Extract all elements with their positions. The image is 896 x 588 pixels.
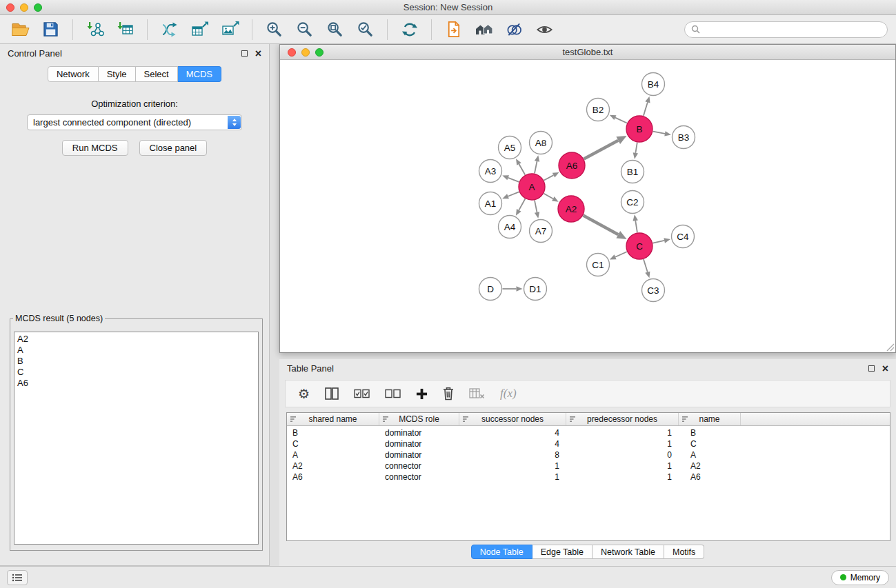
network-node-C2[interactable]: C2 bbox=[621, 191, 644, 214]
export-table-icon[interactable] bbox=[188, 18, 212, 41]
network-edge-C-C1[interactable] bbox=[615, 252, 627, 257]
network-canvas[interactable]: B4B2BB3A8A5A6A3B1AC2A1A2A4A7C4CC1C3DD1 bbox=[280, 61, 895, 352]
column-header-shared-name[interactable]: shared name bbox=[287, 413, 379, 425]
mcds-result-item[interactable]: A6 bbox=[17, 378, 255, 389]
table-panel-float-icon[interactable] bbox=[868, 365, 875, 372]
memory-button[interactable]: Memory bbox=[831, 570, 889, 585]
add-row-icon[interactable] bbox=[416, 388, 428, 400]
search-box[interactable] bbox=[684, 21, 888, 38]
network-node-B3[interactable]: B3 bbox=[673, 126, 695, 149]
network-node-C1[interactable]: C1 bbox=[587, 254, 610, 276]
zoom-out-icon[interactable] bbox=[292, 18, 317, 41]
network-edge-C-C4[interactable] bbox=[653, 241, 665, 243]
network-edge-A2-C[interactable] bbox=[584, 216, 619, 235]
network-edge-B-B4[interactable] bbox=[644, 102, 648, 116]
export-image-icon[interactable] bbox=[218, 18, 242, 41]
optimization-criterion-dropdown[interactable]: largest connected component (directed) bbox=[27, 114, 242, 130]
export-network-icon[interactable] bbox=[157, 18, 181, 41]
network-edge-A-A2[interactable] bbox=[544, 194, 552, 199]
mcds-result-item[interactable]: C bbox=[17, 367, 255, 378]
network-window-titlebar[interactable]: testGlobe.txt bbox=[280, 45, 895, 60]
save-session-icon[interactable] bbox=[39, 18, 63, 41]
control-panel-float-icon[interactable] bbox=[241, 50, 248, 57]
task-history-button[interactable] bbox=[7, 570, 28, 585]
tab-select[interactable]: Select bbox=[136, 66, 178, 82]
open-file-icon[interactable] bbox=[8, 18, 32, 41]
network-edge-B-B2[interactable] bbox=[615, 118, 627, 123]
network-node-D[interactable]: D bbox=[479, 278, 502, 301]
network-node-A5[interactable]: A5 bbox=[499, 136, 521, 159]
network-node-A4[interactable]: A4 bbox=[499, 216, 521, 239]
network-edge-A-A3[interactable] bbox=[508, 178, 519, 182]
zoom-fit-content-icon[interactable] bbox=[323, 18, 347, 41]
column-header-name[interactable]: name bbox=[679, 413, 741, 425]
show-graphics-details-icon[interactable] bbox=[532, 18, 557, 41]
network-node-A6[interactable]: A6 bbox=[559, 152, 585, 179]
network-edge-A-A5[interactable] bbox=[519, 164, 525, 175]
close-panel-button[interactable]: Close panel bbox=[139, 140, 208, 156]
search-input[interactable] bbox=[704, 25, 881, 34]
network-node-C[interactable]: C bbox=[626, 233, 653, 259]
network-node-B1[interactable]: B1 bbox=[621, 161, 644, 183]
import-table-from-file-icon[interactable] bbox=[113, 18, 137, 41]
table-row[interactable]: A2connector11A2 bbox=[287, 460, 890, 472]
network-close-button[interactable] bbox=[288, 48, 296, 57]
network-node-B4[interactable]: B4 bbox=[642, 73, 665, 96]
tab-network[interactable]: Network bbox=[48, 66, 99, 82]
network-edge-A-A7[interactable] bbox=[535, 201, 537, 212]
show-columns-icon[interactable] bbox=[325, 387, 339, 400]
column-header-successor-nodes[interactable]: successor nodes bbox=[459, 413, 566, 425]
network-zoom-button[interactable] bbox=[315, 48, 323, 57]
network-node-B2[interactable]: B2 bbox=[587, 99, 610, 121]
table-row[interactable]: A6connector11A6 bbox=[287, 472, 890, 483]
network-node-A7[interactable]: A7 bbox=[530, 220, 552, 243]
resize-corner-icon[interactable] bbox=[886, 343, 895, 352]
network-node-C3[interactable]: C3 bbox=[642, 279, 665, 302]
mcds-result-item[interactable]: B bbox=[17, 356, 255, 367]
network-edge-A-A6[interactable] bbox=[544, 175, 554, 180]
delete-table-icon[interactable] bbox=[469, 388, 485, 399]
import-network-from-file-icon[interactable] bbox=[83, 18, 107, 41]
table-panel-close-icon[interactable]: × bbox=[882, 365, 888, 372]
close-window-button[interactable] bbox=[6, 3, 14, 12]
mcds-result-item[interactable]: A bbox=[17, 345, 255, 356]
minimize-window-button[interactable] bbox=[20, 3, 28, 12]
network-node-A1[interactable]: A1 bbox=[479, 192, 502, 215]
control-panel-close-icon[interactable]: × bbox=[255, 50, 261, 57]
mcds-result-item[interactable]: A2 bbox=[17, 334, 255, 345]
zoom-selected-icon[interactable] bbox=[353, 18, 377, 41]
network-node-A[interactable]: A bbox=[519, 174, 545, 200]
network-node-A8[interactable]: A8 bbox=[530, 132, 552, 154]
network-node-C4[interactable]: C4 bbox=[672, 225, 695, 248]
network-node-A3[interactable]: A3 bbox=[479, 160, 502, 183]
network-node-B[interactable]: B bbox=[626, 116, 653, 142]
annotations-icon[interactable] bbox=[502, 18, 526, 41]
open-network-document-icon[interactable] bbox=[441, 18, 466, 41]
network-node-D1[interactable]: D1 bbox=[524, 278, 547, 301]
network-edge-A-A4[interactable] bbox=[519, 199, 525, 210]
network-node-A2[interactable]: A2 bbox=[558, 196, 584, 222]
network-edge-C-C2[interactable] bbox=[635, 221, 637, 232]
tab-style[interactable]: Style bbox=[99, 66, 136, 82]
network-edge-B-B1[interactable] bbox=[635, 143, 637, 153]
table-settings-gear-icon[interactable]: ⚙ bbox=[298, 387, 310, 401]
tab-motifs[interactable]: Motifs bbox=[664, 545, 704, 559]
tab-network-table[interactable]: Network Table bbox=[593, 545, 664, 559]
function-builder-icon[interactable]: f(x) bbox=[500, 387, 517, 401]
network-edge-C-C3[interactable] bbox=[644, 259, 648, 272]
delete-rows-trash-icon[interactable] bbox=[443, 387, 454, 401]
run-mcds-button[interactable]: Run MCDS bbox=[62, 140, 128, 156]
tab-edge-table[interactable]: Edge Table bbox=[532, 545, 593, 559]
column-header-MCDS-role[interactable]: MCDS role bbox=[379, 413, 459, 425]
deselect-all-check-icon[interactable] bbox=[385, 389, 401, 398]
apply-preferred-layout-icon[interactable] bbox=[397, 18, 421, 41]
tab-node-table[interactable]: Node Table bbox=[471, 545, 532, 559]
fullscreen-window-button[interactable] bbox=[34, 3, 42, 12]
table-row[interactable]: Bdominator41B bbox=[287, 427, 890, 438]
column-header-predecessor-nodes[interactable]: predecessor nodes bbox=[566, 413, 679, 425]
table-row[interactable]: Cdominator41C bbox=[287, 438, 890, 449]
network-edge-A6-B[interactable] bbox=[584, 141, 619, 159]
table-row[interactable]: Adominator80A bbox=[287, 449, 890, 460]
network-overview-icon[interactable] bbox=[472, 18, 496, 41]
network-minimize-button[interactable] bbox=[301, 48, 310, 57]
